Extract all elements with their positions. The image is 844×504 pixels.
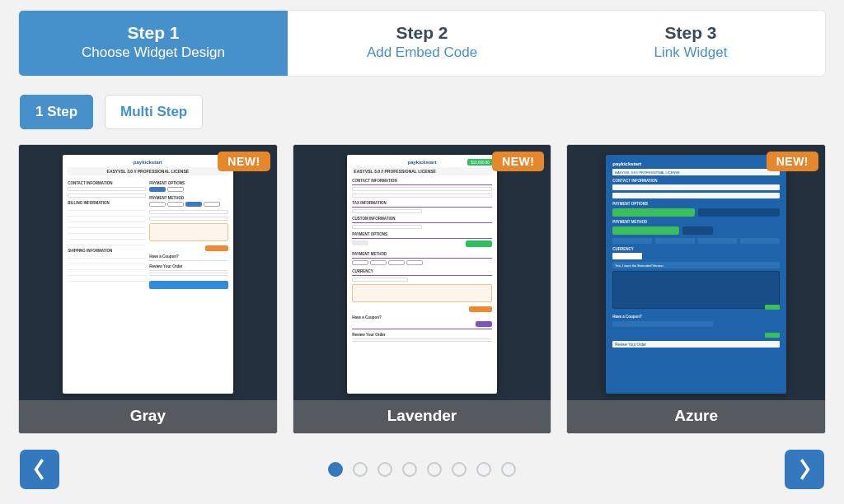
theme-card-lavender[interactable]: NEW! $10,000.00 paykickstart EASYVSL 3.0… bbox=[293, 144, 552, 434]
pagination-dot[interactable] bbox=[377, 462, 392, 477]
step-tab-3[interactable]: Step 3 Link Widget bbox=[556, 11, 825, 76]
step-tab-2[interactable]: Step 2 Add Embed Code bbox=[288, 11, 556, 76]
step-subtitle: Link Widget bbox=[556, 44, 825, 61]
chevron-left-icon bbox=[32, 457, 47, 482]
theme-name: Lavender bbox=[293, 400, 551, 433]
pagination-dot[interactable] bbox=[452, 462, 467, 477]
new-badge: NEW! bbox=[492, 152, 544, 171]
theme-preview: NEW! paykickstart EASYVSL 3.0 // PROFESS… bbox=[19, 145, 277, 400]
theme-mockup: paykickstart EASYVSL 3.0 // PROFESSIONAL… bbox=[63, 155, 232, 394]
theme-card-azure[interactable]: NEW! paykickstart EASYVSL 3.0 // PROFESS… bbox=[566, 144, 826, 434]
prev-button[interactable] bbox=[20, 450, 59, 489]
chevron-right-icon bbox=[797, 457, 812, 482]
pagination-dot[interactable] bbox=[402, 462, 417, 477]
theme-name: Gray bbox=[19, 400, 277, 433]
mode-selector: 1 Step Multi Step bbox=[18, 95, 826, 129]
pagination-dot[interactable] bbox=[353, 462, 368, 477]
new-badge: NEW! bbox=[767, 152, 818, 171]
pagination-dot[interactable] bbox=[501, 462, 516, 477]
step-tab-1[interactable]: Step 1 Choose Widget Design bbox=[19, 11, 288, 76]
theme-mockup: $10,000.00 paykickstart EASYVSL 3.0 // P… bbox=[347, 155, 496, 394]
step-title: Step 3 bbox=[556, 23, 825, 43]
next-button[interactable] bbox=[785, 450, 824, 489]
theme-card-gray[interactable]: NEW! paykickstart EASYVSL 3.0 // PROFESS… bbox=[18, 144, 278, 434]
theme-name: Azure bbox=[567, 400, 825, 433]
mode-multistep-button[interactable]: Multi Step bbox=[105, 95, 203, 129]
pagination-dots bbox=[328, 462, 516, 477]
theme-preview: NEW! paykickstart EASYVSL 3.0 // PROFESS… bbox=[567, 145, 825, 400]
theme-gallery: NEW! paykickstart EASYVSL 3.0 // PROFESS… bbox=[18, 144, 826, 434]
step-subtitle: Choose Widget Design bbox=[19, 44, 288, 61]
pagination-dot[interactable] bbox=[476, 462, 491, 477]
mode-1step-button[interactable]: 1 Step bbox=[20, 95, 93, 129]
new-badge: NEW! bbox=[218, 152, 270, 171]
pagination-dot[interactable] bbox=[427, 462, 442, 477]
gallery-pagination bbox=[18, 447, 826, 492]
wizard-steps: Step 1 Choose Widget Design Step 2 Add E… bbox=[18, 10, 826, 77]
step-title: Step 1 bbox=[19, 23, 288, 43]
theme-preview: NEW! $10,000.00 paykickstart EASYVSL 3.0… bbox=[293, 145, 551, 400]
step-subtitle: Add Embed Code bbox=[288, 44, 556, 61]
step-title: Step 2 bbox=[288, 23, 556, 43]
theme-mockup: paykickstart EASYVSL 3.0 // PROFESSIONAL… bbox=[606, 155, 786, 394]
pagination-dot[interactable] bbox=[328, 462, 343, 477]
